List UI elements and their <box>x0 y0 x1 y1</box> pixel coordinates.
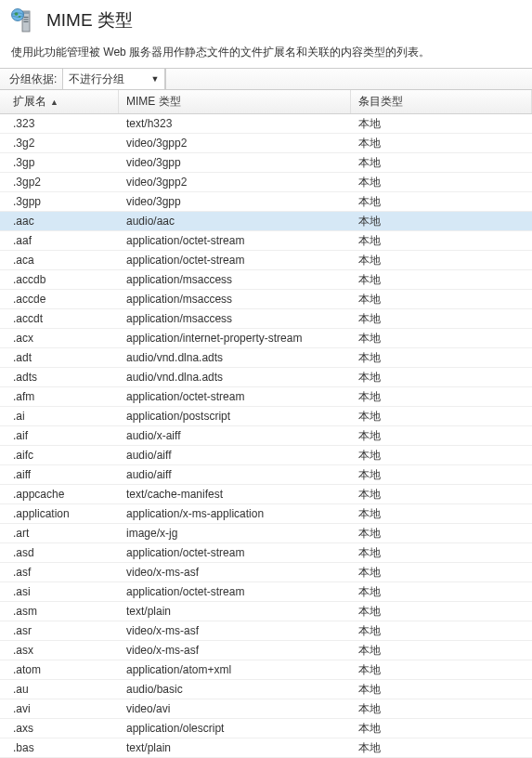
cell-mime: video/x-ms-asf <box>119 566 351 579</box>
cell-mime: audio/x-aiff <box>119 429 351 442</box>
cell-entry: 本地 <box>351 604 532 620</box>
table-row[interactable]: .aiffaudio/aiff本地 <box>0 465 532 485</box>
cell-mime: audio/aiff <box>119 449 351 462</box>
table-row[interactable]: .asfvideo/x-ms-asf本地 <box>0 563 532 582</box>
cell-entry: 本地 <box>351 467 532 483</box>
cell-entry: 本地 <box>351 331 532 346</box>
cell-entry: 本地 <box>351 643 532 659</box>
table-row[interactable]: .3gpvideo/3gpp本地 <box>0 153 532 173</box>
column-header-label: MIME 类型 <box>126 94 181 110</box>
cell-entry: 本地 <box>351 233 532 249</box>
table-row[interactable]: .323text/h323本地 <box>0 114 532 134</box>
mime-icon <box>9 6 39 35</box>
cell-mime: text/cache-manifest <box>119 488 351 501</box>
cell-extension: .3gp <box>0 156 119 169</box>
table-header: 扩展名 ▲ MIME 类型 条目类型 <box>0 90 532 114</box>
table-row[interactable]: .afmapplication/octet-stream本地 <box>0 387 532 407</box>
cell-mime: video/3gpp2 <box>119 137 351 150</box>
cell-extension: .aif <box>0 429 119 442</box>
cell-extension: .art <box>0 527 119 540</box>
table-row[interactable]: .3g2video/3gpp2本地 <box>0 134 532 153</box>
cell-entry: 本地 <box>351 194 532 210</box>
cell-mime: application/octet-stream <box>119 585 351 598</box>
table-row[interactable]: .adtsaudio/vnd.dlna.adts本地 <box>0 368 532 387</box>
table-row[interactable]: .accdtapplication/msaccess本地 <box>0 309 532 329</box>
table-row[interactable]: .atomapplication/atom+xml本地 <box>0 660 532 680</box>
cell-entry: 本地 <box>351 136 532 151</box>
cell-entry: 本地 <box>351 155 532 171</box>
cell-extension: .asf <box>0 566 119 579</box>
table-row[interactable]: .aiapplication/postscript本地 <box>0 407 532 426</box>
toolbar-spacer <box>165 69 532 89</box>
cell-extension: .asr <box>0 624 119 637</box>
cell-mime: text/h323 <box>119 117 351 130</box>
table-row[interactable]: .avivideo/avi本地 <box>0 699 532 719</box>
table-row[interactable]: .auaudio/basic本地 <box>0 680 532 699</box>
table-row[interactable]: .aacaudio/aac本地 <box>0 212 532 231</box>
dropdown-value: 不进行分组 <box>69 72 124 87</box>
cell-entry: 本地 <box>351 350 532 366</box>
cell-mime: audio/aac <box>119 215 351 228</box>
cell-entry: 本地 <box>351 389 532 405</box>
cell-extension: .adts <box>0 371 119 384</box>
cell-entry: 本地 <box>351 623 532 639</box>
cell-extension: .ai <box>0 410 119 423</box>
cell-mime: application/octet-stream <box>119 546 351 559</box>
column-header-label: 扩展名 <box>13 94 46 110</box>
cell-mime: audio/basic <box>119 683 351 696</box>
cell-entry: 本地 <box>351 701 532 717</box>
cell-entry: 本地 <box>351 428 532 444</box>
cell-mime: audio/aiff <box>119 468 351 481</box>
table-row[interactable]: .3gp2video/3gpp2本地 <box>0 173 532 192</box>
table-row[interactable]: .bastext/plain本地 <box>0 738 532 758</box>
cell-mime: application/msaccess <box>119 312 351 325</box>
cell-mime: application/octet-stream <box>119 234 351 247</box>
table-body: .323text/h323本地.3g2video/3gpp2本地.3gpvide… <box>0 114 532 758</box>
cell-entry: 本地 <box>351 409 532 425</box>
cell-extension: .au <box>0 683 119 696</box>
table-row[interactable]: .adtaudio/vnd.dlna.adts本地 <box>0 348 532 368</box>
cell-extension: .aac <box>0 215 119 228</box>
column-header-mime[interactable]: MIME 类型 <box>119 90 351 113</box>
cell-mime: audio/vnd.dlna.adts <box>119 371 351 384</box>
table-row[interactable]: .3gppvideo/3gpp本地 <box>0 192 532 212</box>
column-header-extension[interactable]: 扩展名 ▲ <box>0 90 119 113</box>
cell-extension: .afm <box>0 390 119 403</box>
table-row[interactable]: .acxapplication/internet-property-stream… <box>0 329 532 348</box>
cell-mime: text/plain <box>119 741 351 754</box>
table-row[interactable]: .artimage/x-jg本地 <box>0 524 532 543</box>
page-title: MIME 类型 <box>46 8 133 33</box>
cell-entry: 本地 <box>351 116 532 132</box>
table-row[interactable]: .aafapplication/octet-stream本地 <box>0 231 532 251</box>
cell-mime: application/atom+xml <box>119 663 351 676</box>
table-row[interactable]: .aifcaudio/aiff本地 <box>0 446 532 465</box>
column-header-label: 条目类型 <box>358 94 403 110</box>
cell-extension: .adt <box>0 351 119 364</box>
cell-entry: 本地 <box>351 448 532 464</box>
table-row[interactable]: .asiapplication/octet-stream本地 <box>0 582 532 602</box>
table-row[interactable]: .asrvideo/x-ms-asf本地 <box>0 621 532 641</box>
cell-entry: 本地 <box>351 506 532 522</box>
table-row[interactable]: .aifaudio/x-aiff本地 <box>0 426 532 446</box>
table-row[interactable]: .accdbapplication/msaccess本地 <box>0 270 532 290</box>
table-row[interactable]: .axsapplication/olescript本地 <box>0 719 532 738</box>
group-by-dropdown[interactable]: 不进行分组 ▼ <box>63 69 165 89</box>
cell-extension: .asd <box>0 546 119 559</box>
cell-mime: video/3gpp <box>119 156 351 169</box>
table-row[interactable]: .asdapplication/octet-stream本地 <box>0 543 532 563</box>
table-row[interactable]: .acaapplication/octet-stream本地 <box>0 251 532 270</box>
cell-mime: video/x-ms-asf <box>119 644 351 657</box>
cell-mime: text/plain <box>119 605 351 618</box>
cell-mime: video/3gpp2 <box>119 176 351 189</box>
column-header-entry[interactable]: 条目类型 <box>351 90 532 113</box>
cell-mime: application/octet-stream <box>119 254 351 267</box>
table-row[interactable]: .asmtext/plain本地 <box>0 602 532 621</box>
svg-rect-3 <box>24 20 29 20</box>
table-row[interactable]: .applicationapplication/x-ms-application… <box>0 504 532 524</box>
table-row[interactable]: .accdeapplication/msaccess本地 <box>0 290 532 309</box>
cell-mime: application/postscript <box>119 410 351 423</box>
table-row[interactable]: .asxvideo/x-ms-asf本地 <box>0 641 532 660</box>
cell-mime: video/avi <box>119 702 351 715</box>
cell-mime: application/olescript <box>119 722 351 735</box>
table-row[interactable]: .appcachetext/cache-manifest本地 <box>0 485 532 504</box>
